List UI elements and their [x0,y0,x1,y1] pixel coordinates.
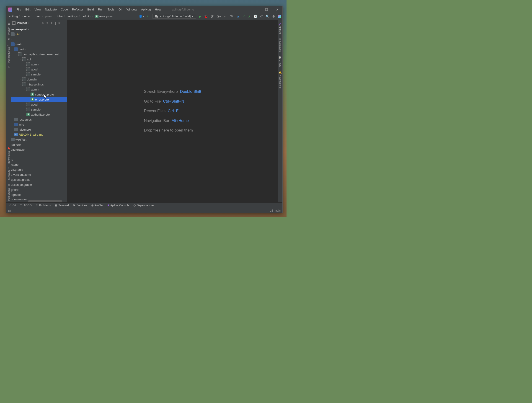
tree-rapper[interactable]: rapper [11,162,67,167]
menu-apihug[interactable]: ApiHug [139,7,153,12]
menu-window[interactable]: Window [125,7,139,12]
tree-constant-proto[interactable]: Pconstant.proto [11,92,67,97]
crumb-demo[interactable]: demo [21,15,31,18]
status-tool-windows-icon[interactable]: ▥ [8,209,11,212]
crumb-file[interactable]: Perror.proto [94,15,114,18]
menu-run[interactable]: Run [96,7,105,12]
expand-all-icon[interactable]: ⇞ [46,21,48,25]
tree-publishjar[interactable]: ublish-jar.gradle [11,182,67,187]
pull-request-small-icon[interactable]: ⎌ [6,64,11,69]
menu-code[interactable]: Code [59,7,70,12]
git-branch-name[interactable]: main [275,209,281,212]
git-rollback-icon[interactable]: ↺ [260,15,263,18]
tree-build-folder[interactable]: uild [11,32,67,37]
tree-api-admin[interactable]: admin [11,62,67,67]
tool-database[interactable]: ⛁Database [278,36,282,54]
menu-file[interactable]: File [15,7,23,12]
project-dropdown-icon[interactable]: ▾ [28,22,29,24]
tree-infra-sample[interactable]: sample [11,107,67,112]
stop-button[interactable]: ■ [224,15,225,18]
tree-src-folder[interactable]: c [11,37,67,42]
crumb-user[interactable]: user [34,15,42,18]
menu-refactor[interactable]: Refactor [70,7,85,12]
git-history-icon[interactable]: 🕘 [253,15,257,18]
tree-gnore[interactable]: gnore [11,187,67,192]
tree-wiretest[interactable]: wireTest [11,137,67,142]
run-button[interactable]: ▶ [199,15,201,18]
tree-pkg[interactable]: com.apihug.demo.user.proto [11,52,67,57]
project-tree-hscrollbar[interactable] [11,200,67,202]
tool-persistence[interactable]: Persistence⛁ [6,182,11,202]
tree-wire[interactable]: wire [11,122,67,127]
settings-icon[interactable]: ⚙ [272,15,275,18]
git-push-icon[interactable]: ↗ [248,15,251,18]
collapse-all-icon[interactable]: ⇟ [51,21,53,25]
tool-structure[interactable]: Structure≡ [6,165,11,182]
crumb-apihug[interactable]: apihug [8,15,19,18]
tree-infra-good[interactable]: good [11,102,67,107]
menu-git[interactable]: Git [117,7,124,12]
code-with-me-icon[interactable] [278,15,281,18]
tree-resources[interactable]: resources [11,117,67,122]
bb-terminal[interactable]: ▣Terminal [55,204,69,207]
tree-proto-folder[interactable]: proto [11,47,67,52]
crumb-admin[interactable]: admin [81,15,92,18]
maximize-button[interactable]: ☐ [263,8,270,11]
tree-main-folder[interactable]: main [11,42,67,47]
commit-tool-icon[interactable]: ◉ [6,37,11,42]
debug-button[interactable]: 🐞 [204,15,208,18]
tree-gitignore2[interactable]: itignore [11,142,67,147]
hide-panel-icon[interactable]: — [63,21,66,25]
menu-edit[interactable]: Edit [24,7,32,12]
menu-tools[interactable]: Tools [106,7,116,12]
git-update-icon[interactable]: ↙ [237,15,240,18]
bb-dependencies[interactable]: ⌬Dependencies [133,204,154,207]
crumb-settings[interactable]: settings [66,15,79,18]
user-selector-icon[interactable]: 👤▾ [139,15,144,18]
menu-view[interactable]: View [33,7,43,12]
tool-pull-requests[interactable]: Pull Requests⎇ [6,42,11,64]
bb-services[interactable]: ⚑Services [73,204,87,207]
editor-area[interactable]: Search EverywhereDouble Shift Go to File… [67,20,278,202]
tree-root[interactable]: o-user-proto [11,27,67,32]
tree-readme-wire[interactable]: MDREADME_wire.md [11,132,67,137]
profile-button[interactable]: ◔▾ [216,15,221,18]
project-panel-title[interactable]: Project [17,21,27,25]
tree-infra[interactable]: infra.settings [11,82,67,87]
tree-gitignore1[interactable]: .gitignore [11,127,67,132]
tree-quibase[interactable]: quibase.gradle [11,177,67,182]
tree-leproperties[interactable]: le.properties [11,197,67,200]
project-tree[interactable]: o-user-proto uild c main proto com.apihu… [11,26,67,200]
tool-apihug[interactable]: AApiHug [278,21,282,36]
menu-build[interactable]: Build [85,7,96,12]
bb-apihugconsole[interactable]: AApiHugConsole [107,204,129,207]
tool-notifications[interactable]: 🔔Notifications [278,69,282,90]
tree-api[interactable]: api [11,57,67,62]
minimize-button[interactable]: — [252,8,259,11]
tool-gradle[interactable]: 🐘Gradle [278,54,282,69]
tree-api-good[interactable]: good [11,67,67,72]
panel-settings-icon[interactable]: ⚙ [58,21,61,25]
crumb-infra[interactable]: infra [56,15,64,18]
tree-vagradle[interactable]: va.gradle [11,167,67,172]
tool-project[interactable]: Project▦ [6,21,11,37]
menu-help[interactable]: Help [153,7,163,12]
bb-profiler[interactable]: ◔Profiler [91,204,103,207]
tree-domain[interactable]: domain [11,77,67,82]
tree-lgradle[interactable]: l.gradle [11,192,67,197]
tree-api-sample[interactable]: sample [11,72,67,77]
scrollbar-thumb[interactable] [28,200,62,202]
coverage-button[interactable]: ⌘ [211,15,214,18]
tree-le[interactable]: le [11,157,67,162]
tree-buildgradle[interactable]: uild.gradle [11,147,67,152]
tree-authority-proto[interactable]: Pauthority.proto [11,112,67,117]
build-hammer-icon[interactable]: ↖ [147,15,150,18]
close-button[interactable]: ✕ [274,8,281,11]
tool-bookmarks[interactable]: Bookmarks🔖 [6,145,11,165]
tree-versions[interactable]: s.versions.toml [11,172,67,177]
run-config-dropdown[interactable]: 🐘 apihug-full-demo [build] ▾ [152,14,196,19]
search-icon[interactable]: 🔍 [266,15,269,18]
bb-git[interactable]: ⎇Git [8,204,16,207]
tree-error-proto[interactable]: Perror.proto [11,97,67,102]
bb-todo[interactable]: ☰TODO [20,204,32,207]
